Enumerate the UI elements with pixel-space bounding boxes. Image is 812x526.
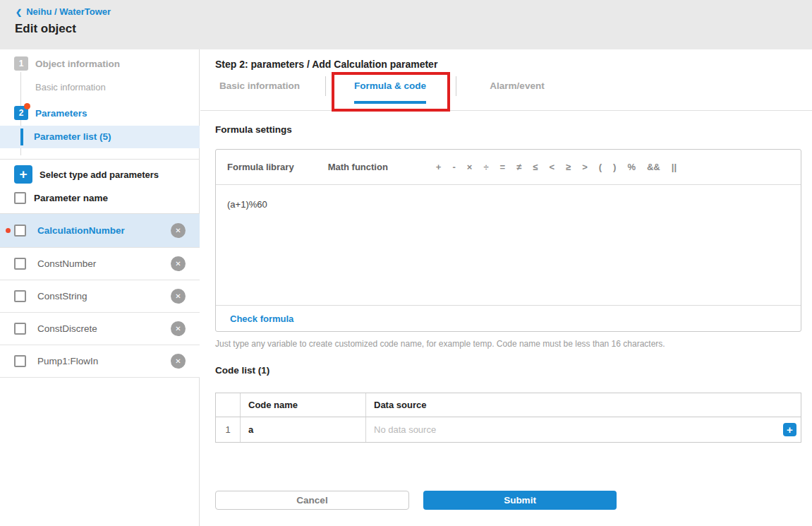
formula-library-menu[interactable]: Formula library <box>227 162 294 172</box>
breadcrumb[interactable]: ❮Neihu / WaterTower <box>16 6 111 17</box>
submit-button[interactable]: Submit <box>423 491 617 510</box>
page-header: ❮Neihu / WaterTower Edit object <box>0 0 812 49</box>
tab-divider <box>456 76 456 96</box>
sidebar-item-parameters[interactable]: Parameters <box>35 108 87 119</box>
operator-buttons: + - × ÷ = ≠ ≤ < ≥ > ( ) % && || <box>436 162 677 172</box>
data-source-placeholder: No data source <box>374 424 436 435</box>
operator-less-equal[interactable]: ≤ <box>533 162 538 172</box>
operator-minus[interactable]: - <box>452 162 455 172</box>
operator-multiply[interactable]: × <box>467 162 473 172</box>
add-data-source-button[interactable]: + <box>783 423 796 436</box>
close-icon: ✕ <box>175 292 181 300</box>
tab-divider <box>325 76 326 96</box>
parameter-row-pump1flowin[interactable]: Pump1:FlowIn ✕ <box>0 345 200 378</box>
active-item-indicator-bar <box>20 128 23 145</box>
operator-divide[interactable]: ÷ <box>483 162 488 172</box>
operator-not-equal[interactable]: ≠ <box>516 162 521 172</box>
sidebar-item-object-information[interactable]: Object information <box>35 59 120 69</box>
code-name-hint-text: Just type any variable to create customi… <box>215 339 665 349</box>
formula-editor-box: Formula library Math function + - × ÷ = … <box>215 149 801 332</box>
active-tab-underline <box>354 101 426 104</box>
step2-alert-dot <box>24 103 30 109</box>
operator-close-paren[interactable]: ) <box>613 162 616 172</box>
code-list-heading: Code list (1) <box>215 365 269 376</box>
operator-greater-than[interactable]: > <box>582 162 588 172</box>
tab-formula-and-code[interactable]: Formula & code <box>354 80 426 91</box>
parameter-checkbox[interactable] <box>14 225 26 237</box>
parameter-row-constdiscrete[interactable]: ConstDiscrete ✕ <box>0 313 200 345</box>
parameter-name-header: Parameter name <box>34 193 108 203</box>
delete-parameter-icon[interactable]: ✕ <box>171 354 186 369</box>
parameter-row-conststring[interactable]: ConstString ✕ <box>0 280 200 313</box>
delete-parameter-icon[interactable]: ✕ <box>171 289 186 304</box>
parameter-row-calculationnumber[interactable]: CalculationNumber ✕ <box>0 214 200 248</box>
operator-equals[interactable]: = <box>500 162 506 172</box>
parameter-checkbox[interactable] <box>14 258 26 270</box>
code-table-row: 1 a No data source + <box>216 417 801 442</box>
check-formula-row: Check formula <box>216 305 801 331</box>
data-source-column-header: Data source <box>374 400 426 410</box>
breadcrumb-label: Neihu / WaterTower <box>26 6 111 17</box>
parameter-list-label: Parameter list (5) <box>34 131 111 142</box>
delete-parameter-icon[interactable]: ✕ <box>171 223 186 238</box>
parameter-name: ConstString <box>37 291 87 301</box>
sidebar-divider <box>0 159 200 160</box>
plus-icon: + <box>787 424 793 436</box>
formula-toolbar: Formula library Math function + - × ÷ = … <box>216 150 801 185</box>
delete-parameter-icon[interactable]: ✕ <box>171 321 186 336</box>
parameter-name: Pump1:FlowIn <box>37 356 98 366</box>
parameter-name: CalculationNumber <box>37 225 125 236</box>
operator-or[interactable]: || <box>672 162 677 172</box>
check-formula-link[interactable]: Check formula <box>230 313 293 324</box>
close-icon: ✕ <box>175 260 181 268</box>
sidebar-stepper: 1 Object information Basic information 2… <box>0 49 200 526</box>
close-icon: ✕ <box>175 357 181 365</box>
code-name-column-header: Code name <box>248 400 298 410</box>
page-title: Edit object <box>15 22 76 36</box>
operator-modulo[interactable]: % <box>627 162 636 172</box>
operator-open-paren[interactable]: ( <box>599 162 602 172</box>
parameter-name: ConstDiscrete <box>37 323 97 334</box>
add-parameter-button[interactable]: + <box>14 165 32 184</box>
parameter-row-constnumber[interactable]: ConstNumber ✕ <box>0 248 200 280</box>
parameter-name-header-row: Parameter name <box>0 189 200 206</box>
plus-icon: + <box>19 167 27 182</box>
formula-input-area[interactable]: (a+1)%60 <box>216 185 801 305</box>
code-table-header-row: Code name Data source <box>216 393 801 417</box>
operator-less-than[interactable]: < <box>549 162 555 172</box>
code-list-table: Code name Data source 1 a No data source… <box>215 393 801 443</box>
add-parameters-row: + Select type add parameters <box>0 164 200 185</box>
parameter-checkbox[interactable] <box>14 355 26 367</box>
edit-object-page: ❮Neihu / WaterTower Edit object 1 Object… <box>0 0 812 526</box>
tab-alarm-event[interactable]: Alarm/event <box>490 80 544 91</box>
formula-settings-heading: Formula settings <box>215 124 292 135</box>
operator-plus[interactable]: + <box>436 162 442 172</box>
tab-basic-information[interactable]: Basic information <box>219 80 300 91</box>
tabs-bottom-border <box>200 110 812 111</box>
operator-and[interactable]: && <box>647 162 660 172</box>
select-all-checkbox[interactable] <box>14 192 26 204</box>
close-icon: ✕ <box>175 325 181 333</box>
operator-greater-equal[interactable]: ≥ <box>566 162 571 172</box>
parameter-name: ConstNumber <box>37 258 96 269</box>
parameter-checkbox[interactable] <box>14 290 26 302</box>
add-parameters-label: Select type add parameters <box>40 169 159 180</box>
back-chevron-icon: ❮ <box>16 8 22 16</box>
close-icon: ✕ <box>175 227 181 234</box>
step1-number-badge: 1 <box>14 56 28 71</box>
parameter-checkbox[interactable] <box>14 323 26 335</box>
sidebar-item-basic-information[interactable]: Basic information <box>35 82 106 92</box>
sidebar-item-parameter-list[interactable]: Parameter list (5) <box>0 126 200 148</box>
main-panel: Step 2: parameters / Add Calculation par… <box>200 49 812 526</box>
red-highlight-annotation-box <box>332 72 450 112</box>
row-index: 1 <box>216 417 241 442</box>
code-name-value: a <box>248 424 253 435</box>
index-column-header <box>216 393 241 417</box>
modified-indicator-dot <box>6 228 11 233</box>
step-title: Step 2: parameters / Add Calculation par… <box>215 59 437 70</box>
math-function-menu[interactable]: Math function <box>328 162 388 172</box>
delete-parameter-icon[interactable]: ✕ <box>171 256 186 271</box>
cancel-button[interactable]: Cancel <box>215 491 409 510</box>
